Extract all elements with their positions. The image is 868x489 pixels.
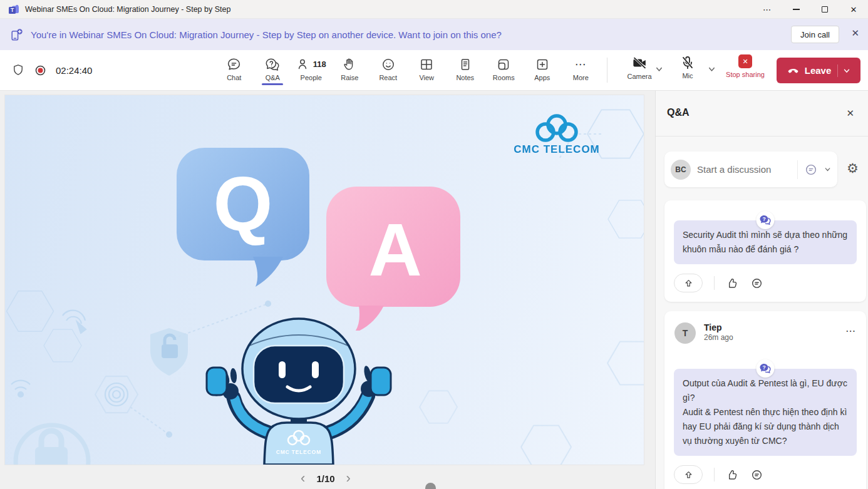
teams-logo-icon: T <box>8 3 20 16</box>
mic-button[interactable]: Mic <box>671 54 704 80</box>
meeting-toolbar: 02:24:40 Chat Q&A <box>0 50 868 91</box>
qa-panel-title: Q&A <box>667 107 690 118</box>
actions-divider <box>714 468 715 481</box>
actions-divider <box>714 276 715 290</box>
post-type-bubble-icon[interactable] <box>804 163 818 177</box>
composer-divider <box>797 160 798 179</box>
composer-placeholder: Start a discussion <box>697 164 791 175</box>
toolbar-divider <box>607 58 607 83</box>
robot-mascot: CMC TELECOM <box>204 311 393 465</box>
device-banner: You're in Webinar SMEs On Cloud: Migrati… <box>0 19 868 50</box>
raise-hand-button[interactable]: Raise <box>331 54 369 81</box>
question-timestamp: 26m ago <box>704 333 837 342</box>
upvote-button[interactable] <box>674 274 703 292</box>
banner-close-icon[interactable]: ✕ <box>851 28 859 39</box>
people-button[interactable]: 118 People <box>292 54 331 81</box>
author-name: Tiep <box>704 322 837 332</box>
letter-q: Q <box>214 162 273 247</box>
active-tab-indicator <box>262 83 283 85</box>
svg-text:T: T <box>11 7 14 13</box>
raise-hand-icon <box>342 57 357 72</box>
qa-header-divider <box>656 136 868 136</box>
more-button[interactable]: ⋯ More <box>562 54 601 81</box>
chat-button[interactable]: Chat <box>215 54 254 81</box>
view-grid-icon <box>419 57 434 72</box>
question-more-button[interactable]: ⋯ <box>845 322 856 337</box>
notes-button[interactable]: Notes <box>446 54 485 81</box>
next-slide-button[interactable]: › <box>346 471 351 485</box>
upvote-arrow-icon <box>683 470 694 480</box>
slide-pagination: ‹ 1/10 › <box>269 469 382 488</box>
react-smiley-icon <box>381 57 396 72</box>
shared-slide: CMC TELECOM Q <box>5 95 644 465</box>
qa-settings-gear-icon[interactable]: ⚙ <box>847 161 859 176</box>
camera-options-chevron[interactable] <box>655 65 663 73</box>
like-button[interactable] <box>726 277 739 290</box>
leave-button[interactable]: Leave <box>777 58 860 83</box>
stop-sharing-button[interactable]: ✕ Stop sharing <box>720 54 770 78</box>
chevron-down-icon <box>708 65 716 73</box>
previous-slide-button[interactable]: ‹ <box>301 471 305 485</box>
presenter-bubble-peek[interactable] <box>425 483 436 489</box>
slide-page-indicator: 1/10 <box>316 473 334 484</box>
meeting-stage-area: CMC TELECOM Q <box>0 91 868 489</box>
cmc-telecom-logo: CMC TELECOM <box>510 110 604 158</box>
device-switch-icon <box>9 27 24 43</box>
question-actions <box>674 274 857 292</box>
question-bubble: Output của Audit & Pentest là gì, EU đượ… <box>674 369 857 456</box>
discussion-composer[interactable]: BC Start a discussion <box>664 152 837 187</box>
svg-text:?: ? <box>762 216 765 222</box>
toolbar-buttons: Chat Q&A 118 People <box>215 54 600 81</box>
maximize-button[interactable] <box>810 0 839 19</box>
hang-up-icon <box>787 64 800 77</box>
people-count-badge: 118 <box>313 59 326 69</box>
view-button[interactable]: View <box>408 54 447 81</box>
chat-icon <box>226 56 242 72</box>
shield-icon <box>11 63 25 77</box>
upvote-button[interactable] <box>674 465 703 484</box>
join-call-button[interactable]: Join call <box>791 26 839 43</box>
banner-message: You're in Webinar SMEs On Cloud: Migrati… <box>31 29 502 40</box>
comment-button[interactable] <box>750 277 763 290</box>
qa-panel: Q&A ✕ BC Start a discussion ⚙ <box>655 91 868 489</box>
apps-button[interactable]: Apps <box>523 54 562 81</box>
camera-off-icon <box>631 54 648 71</box>
question-actions <box>674 465 857 484</box>
qa-panel-close-icon[interactable]: ✕ <box>846 108 854 119</box>
react-button[interactable]: React <box>369 54 408 81</box>
leave-menu-chevron[interactable] <box>843 67 850 75</box>
apps-icon <box>535 57 550 72</box>
camera-button[interactable]: Camera <box>619 54 660 80</box>
upvote-arrow-icon <box>683 278 694 289</box>
question-card: ? Security Audit thì mình sẽ dựa theo nh… <box>664 200 866 302</box>
minimize-button[interactable] <box>782 0 810 19</box>
rooms-icon <box>496 57 511 72</box>
cmc-logo-text: CMC TELECOM <box>514 143 600 155</box>
maximize-icon <box>822 6 828 13</box>
robot-chest-logo-text: CMC TELECOM <box>276 449 321 455</box>
title-bar: T Webinar SMEs On Cloud: Migration Journ… <box>0 0 868 19</box>
meeting-timer: 02:24:40 <box>56 65 92 76</box>
close-window-button[interactable]: ✕ <box>839 0 868 19</box>
mic-options-chevron[interactable] <box>708 65 716 73</box>
letter-a: A <box>368 208 421 291</box>
window-more-button[interactable]: ⋯ <box>753 0 782 19</box>
stop-sharing-icon: ✕ <box>738 54 752 68</box>
like-button[interactable] <box>726 468 739 481</box>
svg-text:?: ? <box>762 364 765 371</box>
mic-off-icon <box>679 54 696 71</box>
people-icon <box>296 57 311 72</box>
question-bubble-graphic: Q <box>172 144 318 301</box>
chevron-down-icon <box>655 65 663 73</box>
question-card: T Tiep 26m ago ⋯ ? <box>664 311 866 489</box>
qa-button[interactable]: Q&A <box>254 54 292 81</box>
toolbar-status-group: 02:24:40 <box>11 50 92 90</box>
comment-button[interactable] <box>750 468 763 481</box>
rooms-button[interactable]: Rooms <box>485 54 524 81</box>
leave-button-divider <box>837 64 838 77</box>
post-type-chevron-icon[interactable] <box>824 166 831 173</box>
current-user-avatar: BC <box>671 160 691 180</box>
author-avatar: T <box>674 322 696 344</box>
recording-icon <box>34 64 47 77</box>
answer-bubble-graphic: A <box>320 182 467 331</box>
